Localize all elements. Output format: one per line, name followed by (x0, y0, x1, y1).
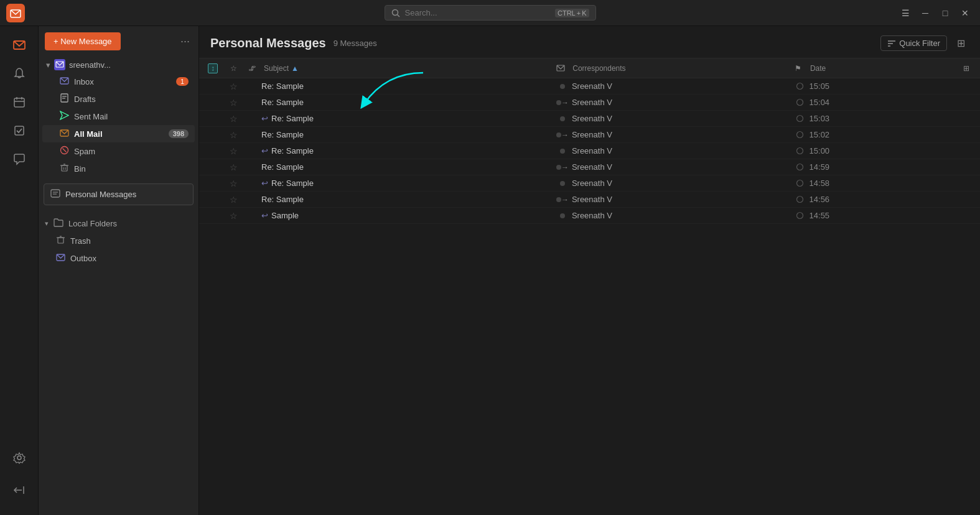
menu-button[interactable]: ☰ (897, 4, 914, 22)
folder-title: Personal Messages (210, 36, 326, 50)
maximize-button[interactable]: □ (936, 4, 954, 22)
minimize-button[interactable]: ─ (917, 4, 934, 22)
sidebar-item-settings[interactable] (7, 445, 32, 470)
sidebar-item-bell[interactable] (7, 61, 32, 86)
folder-item-spam[interactable]: Spam (42, 142, 195, 160)
td-flag (791, 98, 810, 106)
subject-text: Re: Sample (261, 98, 304, 107)
td-star[interactable]: ☆ (224, 81, 243, 91)
local-folders-section[interactable]: ▾ Local Folders (39, 209, 198, 232)
read-status-dot (560, 149, 565, 154)
svg-point-39 (797, 116, 803, 122)
td-date: 14:58 (810, 179, 955, 188)
table-row[interactable]: ☆ Re: Sample → Sreenath V 15:02 (199, 127, 980, 143)
sidebar-item-collapse[interactable] (7, 478, 32, 503)
subject-text: Re: Sample (271, 114, 314, 123)
subject-text: Re: Sample (261, 195, 304, 204)
th-star[interactable]: ☆ (224, 64, 243, 73)
td-corr-icon: → (553, 163, 572, 172)
left-panel-header: + New Message ··· (39, 26, 198, 54)
sidebar-item-chat[interactable] (7, 147, 32, 172)
personal-messages-item[interactable]: Personal Messages (44, 183, 194, 205)
table-row[interactable]: ☆ ↩ Re: Sample Sreenath V 15:03 (199, 111, 980, 127)
svg-point-1 (392, 9, 398, 15)
folder-item-sent-mail[interactable]: Sent Mail (42, 108, 195, 125)
titlebar: CTRL+K ☰ ─ □ ✕ (0, 0, 980, 26)
folder-icon (60, 93, 69, 104)
folder-item-bin[interactable]: Bin (42, 160, 195, 177)
table-row[interactable]: ☆ Re: Sample → Sreenath V 15:04 (199, 95, 980, 111)
local-folders-collapse: ▾ (45, 220, 49, 228)
folder-item-drafts[interactable]: Drafts (42, 90, 195, 108)
search-bar[interactable]: CTRL+K (385, 5, 596, 21)
th-action[interactable]: ⊞ (955, 64, 978, 73)
th-attach[interactable]: 🖇 (243, 64, 261, 73)
local-folder-icon (56, 235, 65, 246)
td-correspondent: Sreenath V (572, 179, 791, 188)
table-row[interactable]: ☆ ↩ Re: Sample Sreenath V 14:58 (199, 175, 980, 192)
td-star[interactable]: ☆ (224, 114, 243, 124)
folder-item-inbox[interactable]: Inbox 1 (42, 73, 195, 90)
more-options-button[interactable]: ··· (178, 32, 192, 50)
account-header[interactable]: ▾ sreenathv... (42, 57, 195, 73)
collapse-arrow: ▾ (46, 60, 50, 70)
th-thread[interactable]: ↕ (202, 63, 224, 73)
svg-line-2 (397, 14, 399, 17)
th-correspondents[interactable]: Correspondents (570, 64, 789, 73)
td-star[interactable]: ☆ (224, 98, 243, 108)
td-date: 15:00 (810, 146, 955, 155)
th-flag[interactable]: ⚑ (789, 64, 808, 73)
th-corr-icon[interactable] (551, 64, 570, 73)
sidebar-item-mail[interactable] (7, 32, 32, 57)
folder-item-all-mail[interactable]: All Mail 398 (42, 125, 195, 142)
svg-marker-17 (60, 111, 68, 119)
read-status-dot (556, 165, 561, 170)
td-star[interactable]: ☆ (224, 195, 243, 205)
direction-arrow: → (561, 131, 569, 139)
td-star[interactable]: ☆ (224, 162, 243, 172)
td-star[interactable]: ☆ (224, 211, 243, 221)
table-row[interactable]: ☆ ↩ Re: Sample Sreenath V 15:00 (199, 143, 980, 159)
svg-rect-4 (14, 98, 24, 107)
star-icon: ☆ (230, 195, 238, 205)
svg-rect-8 (15, 126, 24, 135)
table-row[interactable]: ☆ Re: Sample Sreenath V 15:05 (199, 78, 980, 95)
app-body: + New Message ··· ▾ sreenathv... Inbox 1… (0, 26, 980, 515)
search-icon (391, 9, 400, 17)
quick-filter-button[interactable]: Quick Filter (880, 35, 947, 51)
local-folder-item-outbox[interactable]: Outbox (39, 249, 198, 267)
direction-arrow: → (561, 98, 569, 107)
td-correspondent: Sreenath V (572, 114, 791, 123)
th-envelope-icon (556, 64, 565, 73)
td-subject: Re: Sample (261, 162, 553, 172)
th-date-label: Date (810, 64, 826, 73)
folder-name: Drafts (74, 95, 96, 104)
td-star[interactable]: ☆ (224, 146, 243, 156)
th-correspondents-label: Correspondents (572, 64, 625, 73)
table-row[interactable]: ☆ ↩ Sample Sreenath V 14:55 (199, 208, 980, 224)
td-subject: Re: Sample (261, 98, 553, 107)
sidebar-item-tasks[interactable] (7, 118, 32, 143)
td-star[interactable]: ☆ (224, 130, 243, 140)
star-icon: ☆ (230, 162, 238, 172)
td-corr-icon: → (553, 98, 572, 107)
local-folder-icon (56, 253, 65, 264)
folder-name: Inbox (74, 77, 94, 86)
close-button[interactable]: ✕ (956, 4, 974, 22)
th-date[interactable]: Date (808, 64, 955, 73)
table-row[interactable]: ☆ Re: Sample → Sreenath V 14:59 (199, 159, 980, 175)
search-input[interactable] (405, 8, 550, 17)
message-count: 9 Messages (334, 39, 377, 48)
th-subject[interactable]: Subject ▲ (261, 64, 551, 73)
local-folder-item-trash[interactable]: Trash (39, 232, 198, 249)
local-folders-icon (54, 218, 63, 230)
sidebar-item-calendar[interactable] (7, 90, 32, 114)
td-flag (791, 147, 810, 155)
svg-rect-29 (58, 238, 63, 243)
account-name: sreenathv... (69, 60, 191, 70)
table-row[interactable]: ☆ Re: Sample → Sreenath V 14:56 (199, 192, 980, 208)
th-action-icon: ⊞ (963, 64, 969, 73)
td-star[interactable]: ☆ (224, 179, 243, 188)
new-message-button[interactable]: + New Message (45, 32, 121, 50)
layout-button[interactable]: ⊞ (953, 35, 969, 52)
